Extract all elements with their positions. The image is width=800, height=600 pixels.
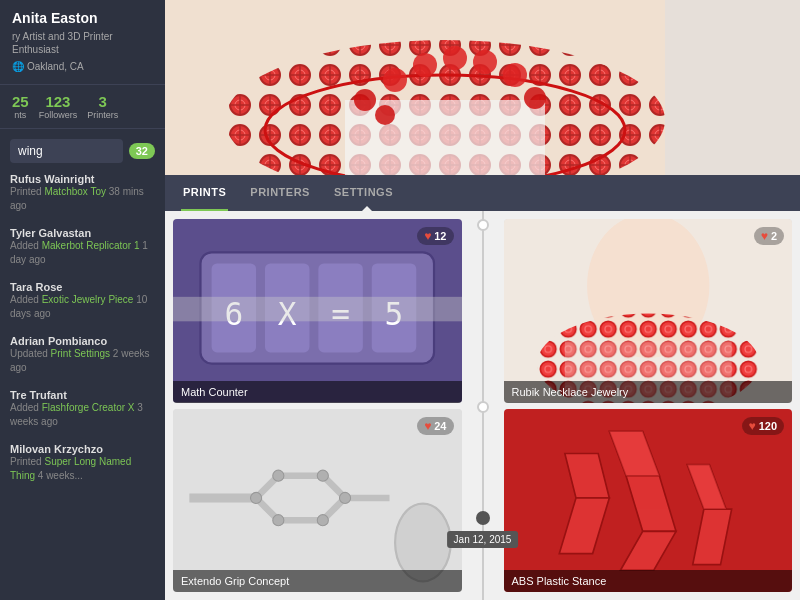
prints-area: Jan 12, 2015 6 X = 5	[165, 211, 800, 600]
search-input-wrap	[10, 139, 123, 163]
profile-name: Anita Easton	[12, 10, 153, 26]
stats-row: 25 nts 123 Followers 3 Printers	[0, 85, 165, 129]
svg-point-12	[503, 63, 527, 87]
print-title-1: Math Counter	[173, 381, 462, 403]
likes-count-3: 24	[434, 420, 446, 432]
activity-detail: Added Exotic Jewelry Piece 10 days ago	[10, 293, 155, 321]
activity-item: Milovan Krzychzo Printed Super Long Name…	[10, 443, 155, 483]
likes-count-1: 12	[434, 230, 446, 242]
svg-point-10	[443, 46, 467, 70]
activity-item: Adrian Pombianco Updated Print Settings …	[10, 335, 155, 375]
activity-user: Tre Trufant	[10, 389, 155, 401]
svg-point-47	[339, 492, 350, 503]
activity-detail: Added Makerbot Replicator 1 1 day ago	[10, 239, 155, 267]
stat-followers-number: 123	[45, 93, 70, 110]
timeline-dot-mid	[477, 401, 489, 413]
stat-followers-label: Followers	[39, 110, 78, 120]
stat-prints-label: nts	[14, 110, 26, 120]
svg-rect-27	[173, 297, 462, 321]
print-likes-1: ♥ 12	[417, 227, 453, 245]
profile-location: Oakland, CA	[12, 61, 153, 72]
activity-link[interactable]: Print Settings	[51, 348, 110, 359]
activity-action: Added	[10, 294, 39, 305]
activity-list: Rufus Wainright Printed Matchbox Toy 38 …	[0, 163, 165, 573]
svg-point-13	[354, 89, 376, 111]
activity-action: Added	[10, 402, 39, 413]
svg-point-49	[317, 514, 328, 525]
heart-icon-3: ♥	[424, 419, 431, 433]
svg-point-15	[524, 87, 546, 109]
timeline-dot-top	[477, 219, 489, 231]
svg-rect-7	[345, 100, 545, 175]
svg-point-48	[273, 514, 284, 525]
svg-point-45	[273, 470, 284, 481]
svg-point-44	[251, 492, 262, 503]
svg-point-8	[383, 68, 407, 92]
svg-point-46	[317, 470, 328, 481]
svg-rect-16	[665, 0, 800, 175]
stat-printers-label: Printers	[87, 110, 118, 120]
stat-prints: 25 nts	[12, 93, 29, 120]
timeline-dot-bottom	[476, 511, 490, 525]
print-card-extendo[interactable]: ♥ 24 Extendo Grip Concept	[173, 409, 462, 593]
activity-link[interactable]: Makerbot Replicator 1	[42, 240, 140, 251]
search-input[interactable]	[10, 139, 123, 163]
stat-printers: 3 Printers	[87, 93, 118, 120]
activity-user: Tara Rose	[10, 281, 155, 293]
stat-followers: 123 Followers	[39, 93, 78, 120]
heart-icon-2: ♥	[761, 229, 768, 243]
activity-item: Rufus Wainright Printed Matchbox Toy 38 …	[10, 173, 155, 213]
activity-item: Tre Trufant Added Flashforge Creator X 3…	[10, 389, 155, 429]
activity-item: Tara Rose Added Exotic Jewelry Piece 10 …	[10, 281, 155, 321]
location-text: Oakland, CA	[27, 61, 84, 72]
tabs-bar: Prints Printers Settings	[165, 175, 800, 211]
svg-point-14	[375, 105, 395, 125]
activity-detail: Printed Super Long Named Thing 4 weeks..…	[10, 455, 155, 483]
print-title-3: Extendo Grip Concept	[173, 570, 462, 592]
print-card-abs[interactable]: ♥ 120 ABS Plastic Stance	[504, 409, 793, 593]
search-section: 32	[0, 129, 165, 163]
tab-printers[interactable]: Printers	[248, 175, 312, 211]
activity-detail: Added Flashforge Creator X 3 weeks ago	[10, 401, 155, 429]
timeline-date-label: Jan 12, 2015	[447, 531, 519, 548]
profile-section: Anita Easton ry Artist and 3D Printer En…	[0, 0, 165, 85]
search-badge: 32	[129, 143, 155, 159]
activity-action: Printed	[10, 186, 42, 197]
svg-point-9	[413, 53, 437, 77]
activity-time: 4 weeks...	[38, 470, 83, 481]
hero-image	[165, 0, 800, 175]
sidebar: Anita Easton ry Artist and 3D Printer En…	[0, 0, 165, 600]
print-card-rubik[interactable]: ♥ 2 Rubik Necklace Jewelry	[504, 219, 793, 403]
activity-user: Milovan Krzychzo	[10, 443, 155, 455]
print-likes-3: ♥ 24	[417, 417, 453, 435]
profile-bio: ry Artist and 3D Printer Enthusiast	[12, 30, 153, 56]
tab-prints[interactable]: Prints	[181, 175, 228, 211]
activity-action: Printed	[10, 456, 42, 467]
print-card-math-counter[interactable]: 6 X = 5 ♥ 12 Math Counter	[173, 219, 462, 403]
print-title-4: ABS Plastic Stance	[504, 570, 793, 592]
activity-detail: Printed Matchbox Toy 38 mins ago	[10, 185, 155, 213]
activity-item: Tyler Galvastan Added Makerbot Replicato…	[10, 227, 155, 267]
activity-link[interactable]: Flashforge Creator X	[42, 402, 135, 413]
heart-icon-4: ♥	[749, 419, 756, 433]
stat-printers-number: 3	[99, 93, 107, 110]
activity-detail: Updated Print Settings 2 weeks ago	[10, 347, 155, 375]
activity-user: Rufus Wainright	[10, 173, 155, 185]
print-likes-4: ♥ 120	[742, 417, 784, 435]
heart-icon-1: ♥	[424, 229, 431, 243]
svg-point-11	[473, 50, 497, 74]
activity-action: Added	[10, 240, 39, 251]
location-icon	[12, 61, 24, 72]
activity-link[interactable]: Exotic Jewelry Piece	[42, 294, 134, 305]
stat-prints-number: 25	[12, 93, 29, 110]
activity-user: Adrian Pombianco	[10, 335, 155, 347]
likes-count-4: 120	[759, 420, 777, 432]
likes-count-2: 2	[771, 230, 777, 242]
print-title-2: Rubik Necklace Jewelry	[504, 381, 793, 403]
activity-link[interactable]: Matchbox Toy	[44, 186, 106, 197]
main-content: Prints Printers Settings Jan 12, 2015	[165, 0, 800, 600]
activity-user: Tyler Galvastan	[10, 227, 155, 239]
activity-action: Updated	[10, 348, 48, 359]
print-likes-2: ♥ 2	[754, 227, 784, 245]
